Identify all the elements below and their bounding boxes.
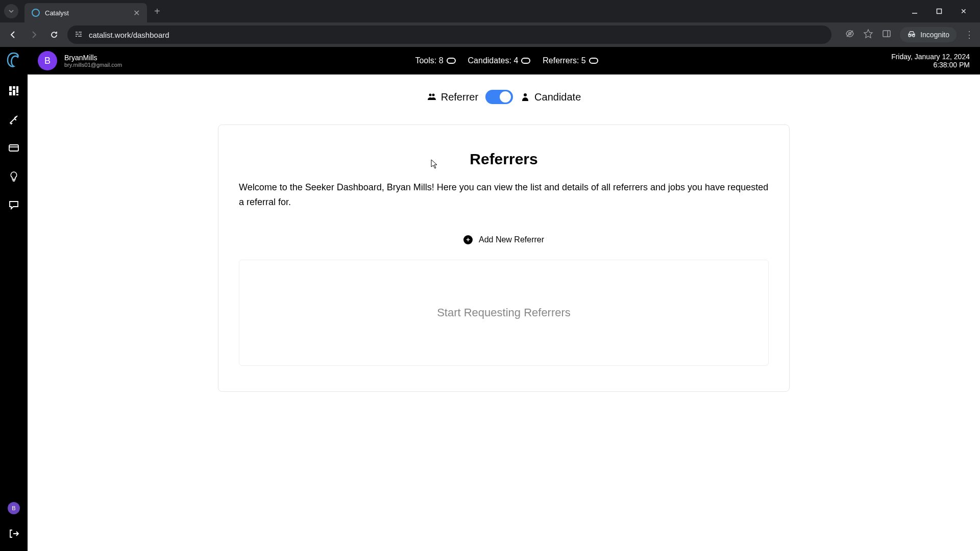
sidebar-tools-icon[interactable]: [7, 112, 21, 127]
close-window-button[interactable]: ✕: [958, 5, 970, 17]
empty-state-text: Start Requesting Referrers: [239, 306, 768, 319]
coin-icon: [521, 58, 530, 64]
new-tab-button[interactable]: +: [147, 6, 167, 17]
incognito-label: Incognito: [920, 31, 949, 39]
svg-rect-12: [9, 86, 12, 91]
page-title: Referrers: [239, 151, 769, 168]
svg-point-21: [432, 94, 434, 96]
back-button[interactable]: [6, 28, 20, 42]
browser-menu-icon[interactable]: ⋮: [965, 29, 974, 40]
svg-rect-17: [16, 94, 18, 95]
add-new-referrer-button[interactable]: + Add New Referrer: [239, 235, 769, 244]
svg-rect-18: [9, 145, 18, 151]
svg-rect-13: [13, 86, 15, 89]
svg-rect-2: [76, 32, 78, 33]
maximize-button[interactable]: [933, 5, 945, 17]
plus-circle-icon: +: [463, 235, 473, 244]
svg-rect-14: [16, 86, 18, 93]
address-bar[interactable]: catalist.work/dashboard: [67, 26, 831, 44]
user-avatar: B: [38, 51, 57, 70]
url-text: catalist.work/dashboard: [89, 31, 169, 39]
svg-rect-10: [883, 31, 890, 37]
side-panel-icon[interactable]: [881, 29, 892, 41]
svg-point-20: [429, 94, 431, 96]
tab-search-button[interactable]: [4, 4, 18, 18]
sidebar-chat-icon[interactable]: [7, 198, 21, 212]
stat-tools: Tools: 8: [415, 56, 455, 65]
browser-tab[interactable]: Catalyst ✕: [24, 3, 147, 22]
role-toggle-row: Referrer Candidate: [28, 90, 980, 104]
svg-rect-4: [76, 34, 79, 35]
welcome-text: Welcome to the Seeker Dashboard, Bryan M…: [239, 180, 769, 210]
tab-favicon-icon: [32, 9, 40, 17]
user-email: bry.mills01@gmail.com: [64, 62, 122, 68]
browser-toolbar: catalist.work/dashboard Incognito ⋮: [0, 22, 980, 47]
stat-candidates: Candidates: 4: [468, 56, 531, 65]
sidebar-user-avatar[interactable]: B: [8, 502, 20, 514]
header-date: Friday, January 12, 2024: [891, 53, 970, 61]
svg-rect-7: [78, 36, 82, 37]
minimize-button[interactable]: [909, 5, 921, 17]
header-time: 6:38:00 PM: [891, 61, 970, 69]
toggle-referrer-label: Referrer: [427, 91, 478, 103]
svg-point-22: [524, 93, 527, 96]
browser-tab-bar: Catalyst ✕ + ✕: [0, 0, 980, 22]
sidebar-lightbulb-icon[interactable]: [7, 169, 21, 184]
app-header: B BryanMills bry.mills01@gmail.com Tools…: [28, 47, 980, 74]
empty-state-box: Start Requesting Referrers: [239, 260, 769, 366]
user-profile-block[interactable]: B BryanMills bry.mills01@gmail.com: [38, 51, 122, 70]
stat-referrers: Referrers: 5: [543, 56, 598, 65]
bookmark-icon[interactable]: [863, 29, 873, 41]
svg-rect-1: [937, 9, 942, 14]
person-icon: [520, 92, 530, 102]
coin-icon: [447, 58, 456, 64]
svg-rect-15: [9, 92, 12, 95]
toggle-candidate-label: Candidate: [520, 91, 581, 103]
app-sidebar: B: [0, 47, 28, 551]
sidebar-card-icon[interactable]: [7, 141, 21, 155]
add-button-label: Add New Referrer: [479, 235, 544, 244]
reload-button[interactable]: [47, 28, 61, 42]
incognito-badge[interactable]: Incognito: [900, 27, 957, 42]
tab-title: Catalyst: [45, 9, 128, 17]
svg-rect-6: [76, 36, 77, 37]
people-icon: [427, 92, 437, 102]
coin-icon: [589, 58, 598, 64]
svg-rect-3: [79, 32, 82, 33]
svg-rect-5: [80, 34, 82, 35]
sidebar-dashboard-icon[interactable]: [7, 84, 21, 98]
app-logo[interactable]: [5, 51, 23, 69]
site-settings-icon[interactable]: [75, 30, 83, 40]
tracking-blocked-icon[interactable]: [845, 29, 855, 41]
sidebar-logout-icon[interactable]: [7, 527, 21, 541]
role-toggle-switch[interactable]: [485, 90, 513, 104]
close-tab-button[interactable]: ✕: [133, 8, 140, 18]
incognito-icon: [907, 30, 916, 39]
referrers-card: Referrers Welcome to the Seeker Dashboar…: [218, 124, 790, 392]
user-name: BryanMills: [64, 54, 122, 62]
svg-rect-16: [13, 90, 15, 95]
forward-button[interactable]: [27, 28, 41, 42]
toggle-knob: [500, 91, 511, 103]
